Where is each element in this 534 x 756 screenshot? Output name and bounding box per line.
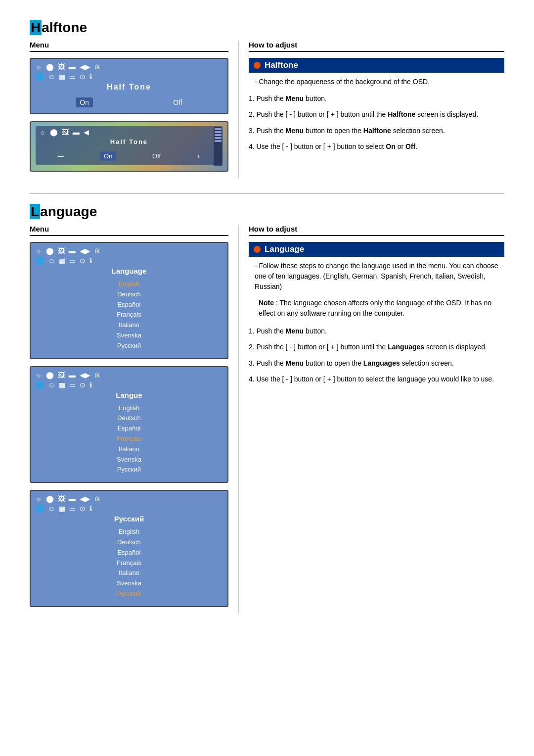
halftone-step1: 1. Push the Menu button. bbox=[249, 93, 504, 104]
language-osd1: ☼ ⬤ 🖼 ▬ ◀▶ ık 🌐 ☺ ▦ ▭ bbox=[30, 242, 228, 359]
osd2-sidebar bbox=[214, 127, 222, 166]
lang-es-2: Español bbox=[36, 424, 222, 434]
lang-it-3: Italiano bbox=[36, 568, 222, 578]
face-icon-l1: ☺ bbox=[48, 257, 55, 265]
globe-icon-l3: 🌐 bbox=[36, 505, 44, 513]
sun-icon2: ☼ bbox=[40, 128, 46, 136]
contrast-icon2: ⬤ bbox=[50, 128, 58, 136]
contrast-icon: ⬤ bbox=[46, 63, 54, 71]
globe-icon-l2: 🌐 bbox=[36, 381, 44, 389]
picture-icon-l2: 🖼 bbox=[58, 371, 65, 379]
lang-fr-2: Français bbox=[36, 434, 222, 444]
sun-icon-l1: ☼ bbox=[36, 247, 42, 255]
lang-fr-1: Français bbox=[36, 310, 222, 320]
geometry-icon: ▬ bbox=[69, 63, 76, 71]
clock-icon-l1: ⊙ bbox=[80, 257, 86, 265]
contrast-icon-l2: ⬤ bbox=[46, 371, 54, 379]
clock-icon-l3: ⊙ bbox=[80, 505, 86, 513]
geometry-icon-l1: ▬ bbox=[69, 247, 76, 255]
info-icon-l1: ℹ bbox=[89, 257, 92, 265]
osd1-off: Off bbox=[173, 98, 182, 106]
osd1-icons: ☼ ⬤ 🖼 ▬ ◀▶ ık bbox=[36, 63, 222, 71]
osd1-icons-row2: 🌐 ☺ ▦ ▭ ⊙ ℹ bbox=[36, 73, 222, 81]
halftone-dot-icon bbox=[254, 62, 261, 69]
clock-icon-l2: ⊙ bbox=[80, 381, 86, 389]
halftone-step4: 4. Use the [ - ] button or [ + ] button … bbox=[249, 141, 504, 152]
geometry-icon-l3: ▬ bbox=[69, 495, 76, 503]
lang-osd1-icon-group2: 🌐 ☺ ▦ ▭ ⊙ ℹ bbox=[36, 257, 92, 265]
halftone-section: Halftone Menu ☼ ⬤ 🖼 ▬ ◀▶ ık bbox=[30, 20, 504, 179]
lang-en-2: English bbox=[36, 403, 222, 414]
osd2-options: — On Off + bbox=[40, 149, 219, 163]
language-menu-header: Menu bbox=[30, 225, 228, 236]
language-section: Language Menu ☼ ⬤ 🖼 ▬ ◀▶ ık bbox=[30, 204, 504, 614]
halftone-menu-header: Menu bbox=[30, 41, 228, 52]
lang-osd3-icons: ☼ ⬤ 🖼 ▬ ◀▶ ık bbox=[36, 495, 222, 503]
picture-icon-l3: 🖼 bbox=[58, 495, 65, 503]
contrast-icon-l3: ⬤ bbox=[46, 495, 54, 503]
convergence-icon-l3: ◀▶ bbox=[80, 495, 90, 503]
convergence-icon-l2: ◀▶ bbox=[80, 371, 90, 379]
convergence-icon: ◀▶ bbox=[80, 63, 90, 71]
lang-osd3-icons2: 🌐 ☺ ▦ ▭ ⊙ ℹ bbox=[36, 505, 222, 513]
scan-icon: ▭ bbox=[69, 73, 76, 81]
lang-sv-1: Svenska bbox=[36, 331, 222, 341]
lang-sv-2: Svenska bbox=[36, 455, 222, 465]
language-desc: - Follow these steps to change the langu… bbox=[249, 261, 504, 292]
language-menu-col: Menu ☼ ⬤ 🖼 ▬ ◀▶ ık bbox=[30, 225, 238, 614]
monitor-icon-l2: ▦ bbox=[59, 381, 65, 389]
note-text: : The language chosen affects only the l… bbox=[259, 299, 491, 317]
bar1 bbox=[215, 128, 222, 130]
lang-osd2-icons2: 🌐 ☺ ▦ ▭ ⊙ ℹ bbox=[36, 381, 222, 389]
lang-osd2-icon-group: ☼ ⬤ 🖼 ▬ ◀▶ ık bbox=[36, 371, 100, 379]
language-adjust-col: How to adjust Language - Follow these st… bbox=[238, 225, 504, 614]
osd2-minus: — bbox=[57, 152, 64, 160]
lang-es-1: Español bbox=[36, 300, 222, 310]
halftone-title-highlight: H bbox=[30, 20, 42, 35]
lang-de-1: Deutsch bbox=[36, 289, 222, 300]
geometry-icon2: ▬ bbox=[73, 128, 80, 136]
scan-icon-l1: ▭ bbox=[69, 257, 76, 265]
lang-fr-3: Français bbox=[36, 558, 222, 568]
lang-ru-1: Русский bbox=[36, 341, 222, 351]
lang-es-3: Español bbox=[36, 548, 222, 558]
language-step4: 4. Use the [ - ] button or [ + ] button … bbox=[249, 374, 504, 384]
osd2-title: Half Tone bbox=[40, 138, 219, 145]
osd2-plus: + bbox=[197, 152, 201, 160]
lang-osd1-icon-group: ☼ ⬤ 🖼 ▬ ◀▶ ık bbox=[36, 247, 100, 255]
picture-icon: 🖼 bbox=[58, 63, 65, 71]
lang-osd1-icons: ☼ ⬤ 🖼 ▬ ◀▶ ık bbox=[36, 247, 222, 255]
convergence-icon-l1: ◀▶ bbox=[80, 247, 90, 255]
halftone-adjust-title: Halftone bbox=[265, 60, 298, 70]
lang-osd3-title: Русский bbox=[36, 515, 222, 523]
osd2-overlay: ☼ ⬤ 🖼 ▬ ◀ Half Tone — On Off bbox=[36, 126, 222, 165]
monitor-icon-l3: ▦ bbox=[59, 505, 65, 513]
lang-en-3: English bbox=[36, 527, 222, 537]
lang-osd3-icon-group: ☼ ⬤ 🖼 ▬ ◀▶ ık bbox=[36, 495, 100, 503]
bar3 bbox=[215, 134, 222, 136]
lang-de-2: Deutsch bbox=[36, 413, 222, 424]
info-icon-l3: ℹ bbox=[89, 505, 92, 513]
language-title: Language bbox=[30, 204, 97, 220]
language-osd3: ☼ ⬤ 🖼 ▬ ◀▶ ık 🌐 ☺ ▦ ▭ bbox=[30, 490, 228, 607]
language-adjust-title: Language bbox=[265, 244, 304, 254]
language-adjust-header: How to adjust bbox=[249, 225, 504, 236]
scan-icon-l3: ▭ bbox=[69, 505, 76, 513]
power-k-icon-l3: ık bbox=[94, 495, 100, 503]
halftone-adjust-title-bar: Halftone bbox=[249, 58, 504, 73]
language-adjust-title-bar: Language bbox=[249, 242, 504, 257]
sun-icon-l2: ☼ bbox=[36, 371, 42, 379]
bar4 bbox=[215, 137, 222, 139]
bar5 bbox=[215, 140, 222, 142]
lang-ru-3: Русский bbox=[36, 589, 222, 599]
lang-osd1-title: Language bbox=[36, 267, 222, 275]
language-dot-icon bbox=[254, 246, 261, 253]
lang-osd3-icon-group2: 🌐 ☺ ▦ ▭ ⊙ ℹ bbox=[36, 505, 92, 513]
lang-osd2-icons: ☼ ⬤ 🖼 ▬ ◀▶ ık bbox=[36, 371, 222, 379]
picture-icon2: 🖼 bbox=[62, 128, 69, 136]
section-divider bbox=[30, 193, 504, 194]
face-icon-l2: ☺ bbox=[48, 381, 55, 389]
lang-it-1: Italiano bbox=[36, 320, 222, 331]
geometry-icon-l2: ▬ bbox=[69, 371, 76, 379]
osd2-off: Off bbox=[152, 152, 161, 160]
